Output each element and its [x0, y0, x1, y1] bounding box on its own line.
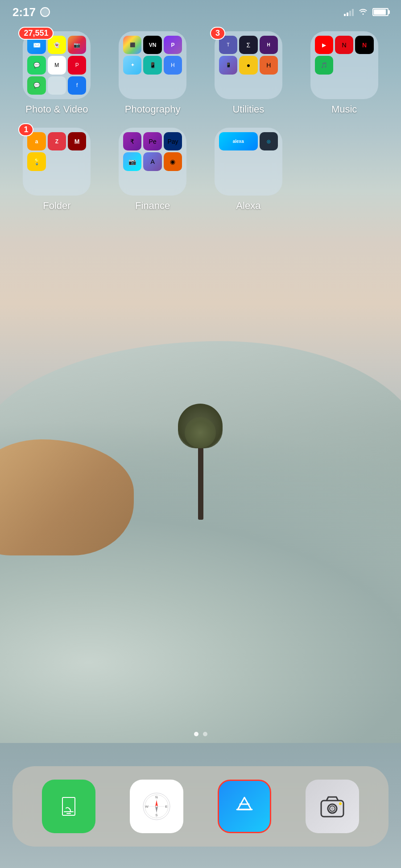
mini-spotify: 🎵 — [315, 56, 333, 74]
mini-bulb: 💡 — [27, 152, 45, 171]
status-bar: 2:17 — [0, 0, 401, 24]
mini-paytm: Pay — [164, 132, 182, 150]
mini-canva: ✦ — [123, 56, 141, 74]
mini-netflix-dark: N — [355, 36, 373, 54]
mini-purple: P — [164, 36, 182, 54]
folder-misc-icon[interactable]: 1 a Z M 💡 — [23, 128, 91, 196]
mini-hbo: H — [260, 36, 278, 54]
folder-misc[interactable]: 1 a Z M 💡 Folder — [12, 128, 101, 212]
mini-vn: VN — [143, 36, 161, 54]
svg-text:W: W — [145, 805, 149, 809]
mini-netflix-red: N — [335, 36, 353, 54]
dock-safari-icon[interactable]: N S E W — [130, 780, 183, 833]
signal-icon — [344, 8, 354, 16]
page-dot-2[interactable] — [203, 732, 207, 736]
mini-gmail: M — [48, 56, 66, 74]
folder-utilities-label: Utilities — [232, 104, 264, 115]
wifi-icon — [358, 7, 368, 17]
mini-phonepe: ₹ — [123, 132, 141, 150]
mini-pinterest: P — [68, 56, 86, 74]
folder-music-label: Music — [331, 104, 357, 115]
page-dot-1[interactable] — [194, 732, 198, 736]
status-icons — [344, 7, 389, 17]
folder-finance-icon[interactable]: ₹ Pe Pay 📷 A ◉ — [119, 128, 186, 196]
mini-pe: Pe — [143, 132, 161, 150]
folder-utilities[interactable]: 3 T Σ H 📱 ● H Utilities — [204, 31, 293, 115]
app-grid: 27,551 ✉️ 👻 📷 💬 M P 💬 f Photo & Video ⬛ … — [12, 31, 389, 212]
dock-phone-icon[interactable] — [42, 780, 95, 833]
folder-photo-video-label: Photo & Video — [25, 104, 88, 115]
folder-music[interactable]: ▶ N N 🎵 Music — [300, 31, 389, 115]
mini-teal: 📱 — [143, 56, 161, 74]
battery-icon — [372, 8, 389, 16]
mini-alexa-dark: ◎ — [260, 132, 278, 150]
page-dots — [0, 732, 401, 736]
dock-phone[interactable] — [42, 780, 95, 833]
svg-text:N: N — [155, 795, 158, 799]
mini-instagram: 📷 — [68, 36, 86, 54]
tree — [198, 439, 203, 520]
folder-misc-label: Folder — [43, 200, 70, 212]
mini-colorful: ⬛ — [123, 36, 141, 54]
mini-facebook: f — [68, 76, 86, 95]
mini-zomato: Z — [48, 132, 66, 150]
folder-photography[interactable]: ⬛ VN P ✦ 📱 H Photography — [108, 31, 197, 115]
svg-point-15 — [331, 807, 334, 810]
folder-alexa[interactable]: alexa ◎ Alexa — [204, 128, 293, 212]
folder-photography-icon[interactable]: ⬛ VN P ✦ 📱 H — [119, 31, 186, 99]
dock-appstore-icon[interactable] — [218, 780, 271, 833]
mini-messages: 💬 — [27, 76, 45, 95]
svg-text:S: S — [155, 813, 157, 817]
person-icon — [40, 7, 50, 17]
mini-more — [48, 76, 66, 95]
mini-orange2: ◉ — [164, 152, 182, 171]
mini-orange: H — [260, 56, 278, 74]
dock: N S E W — [12, 766, 389, 847]
folder-alexa-icon[interactable]: alexa ◎ — [215, 128, 282, 196]
mini-m: M — [68, 132, 86, 150]
mini-sigma: Σ — [239, 36, 257, 54]
folder-music-icon[interactable]: ▶ N N 🎵 — [310, 31, 378, 99]
folder-photography-label: Photography — [125, 104, 181, 115]
mini-youtube: ▶ — [315, 36, 333, 54]
mini-whatsapp: 💬 — [27, 56, 45, 74]
status-time: 2:17 — [12, 5, 50, 19]
badge-photo-video: 27,551 — [18, 27, 54, 40]
folder-utilities-icon[interactable]: 3 T Σ H 📱 ● H — [215, 31, 282, 99]
mini-img: 📷 — [123, 152, 141, 171]
folder-finance[interactable]: ₹ Pe Pay 📷 A ◉ Finance — [108, 128, 197, 212]
folder-alexa-label: Alexa — [236, 200, 260, 212]
folder-photo-video-icon[interactable]: 27,551 ✉️ 👻 📷 💬 M P 💬 f — [23, 31, 91, 99]
dock-camera[interactable] — [306, 780, 359, 833]
mini-blue-photo: H — [164, 56, 182, 74]
mini-alexa: alexa — [219, 132, 258, 150]
folder-finance-label: Finance — [135, 200, 170, 212]
svg-text:E: E — [165, 805, 167, 809]
badge-folder: 1 — [18, 123, 33, 136]
dock-safari[interactable]: N S E W — [130, 780, 183, 833]
mini-yellow-dot: ● — [239, 56, 257, 74]
dock-appstore[interactable] — [218, 780, 271, 833]
badge-utilities: 3 — [210, 27, 225, 40]
mini-screen: 📱 — [219, 56, 237, 74]
svg-point-16 — [339, 802, 342, 805]
dock-camera-icon[interactable] — [306, 780, 359, 833]
folder-photo-video[interactable]: 27,551 ✉️ 👻 📷 💬 M P 💬 f Photo & Video — [12, 31, 101, 115]
mini-a: A — [143, 152, 161, 171]
